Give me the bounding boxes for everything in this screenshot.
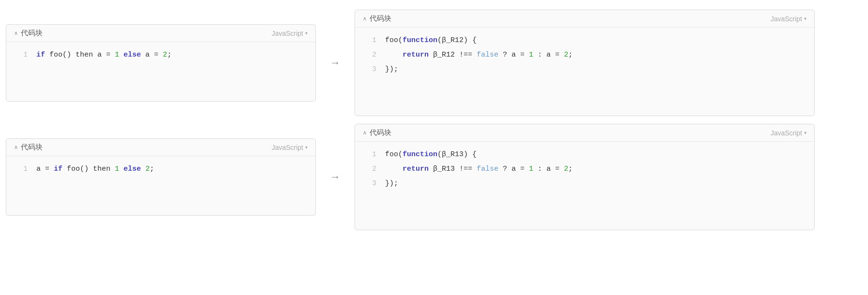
code-text: return β_R12 !== false ? a = 1 : a = 2; (385, 48, 573, 62)
code-line: 1 a = if foo() then 1 else 2; (14, 162, 308, 177)
top-right-lang[interactable]: JavaScript ▾ (771, 15, 806, 23)
top-right-body: 1 foo(function(β_R12) { 2 return β_R12 !… (355, 28, 814, 83)
line-num: 1 (363, 148, 376, 161)
top-right-block: ∧ 代码块 JavaScript ▾ 1 foo(function(β_R12)… (355, 10, 815, 116)
code-text: return β_R13 !== false ? a = 1 : a = 2; (385, 162, 573, 177)
top-right-header: ∧ 代码块 JavaScript ▾ (355, 10, 814, 28)
line-num: 2 (363, 162, 376, 176)
top-left-block: ∧ 代码块 JavaScript ▾ 1 if foo() then a = 1… (6, 24, 316, 102)
line-num: 1 (14, 48, 28, 61)
code-line: 3 }); (363, 62, 806, 77)
bottom-right-header: ∧ 代码块 JavaScript ▾ (355, 124, 814, 142)
bottom-right-title-label: 代码块 (370, 128, 391, 137)
bottom-left-dropdown-icon: ▾ (305, 145, 308, 150)
bottom-left-lang[interactable]: JavaScript ▾ (272, 144, 308, 151)
code-text: foo(function(β_R12) { (385, 33, 477, 48)
code-text: if foo() then a = 1 else a = 2; (36, 48, 171, 62)
bottom-right-block: ∧ 代码块 JavaScript ▾ 1 foo(function(β_R13)… (355, 124, 815, 230)
bottom-left-title-label: 代码块 (21, 143, 43, 152)
top-left-lang-label: JavaScript (272, 30, 303, 37)
line-num: 3 (363, 62, 376, 76)
code-text: foo(function(β_R13) { (385, 148, 477, 162)
top-left-body: 1 if foo() then a = 1 else a = 2; (6, 42, 315, 68)
bottom-row: ∧ 代码块 JavaScript ▾ 1 a = if foo() then 1… (6, 120, 862, 234)
line-num: 1 (363, 33, 376, 47)
top-arrow: → (316, 57, 355, 69)
code-line: 1 if foo() then a = 1 else a = 2; (14, 48, 308, 62)
bottom-left-block: ∧ 代码块 JavaScript ▾ 1 a = if foo() then 1… (6, 138, 316, 216)
bottom-right-lang[interactable]: JavaScript ▾ (771, 129, 806, 137)
bottom-right-lang-label: JavaScript (771, 129, 802, 137)
top-right-title: ∧ 代码块 (363, 14, 391, 23)
top-left-chevron-icon: ∧ (14, 30, 18, 36)
top-left-title: ∧ 代码块 (14, 29, 43, 38)
code-text: a = if foo() then 1 else 2; (36, 162, 154, 177)
line-num: 1 (14, 162, 28, 176)
bottom-right-body: 1 foo(function(β_R13) { 2 return β_R13 !… (355, 142, 814, 197)
line-num: 3 (363, 177, 376, 190)
top-left-dropdown-icon: ▾ (305, 30, 308, 36)
bottom-left-lang-label: JavaScript (272, 144, 303, 151)
bottom-left-chevron-icon: ∧ (14, 144, 18, 150)
top-left-lang[interactable]: JavaScript ▾ (272, 30, 308, 37)
code-text: }); (385, 177, 398, 191)
top-row: ∧ 代码块 JavaScript ▾ 1 if foo() then a = 1… (6, 6, 862, 120)
code-line: 3 }); (363, 177, 806, 191)
top-left-header: ∧ 代码块 JavaScript ▾ (6, 25, 315, 42)
bottom-right-title: ∧ 代码块 (363, 128, 391, 137)
top-left-title-label: 代码块 (21, 29, 43, 38)
top-right-lang-label: JavaScript (771, 15, 802, 23)
code-line: 1 foo(function(β_R13) { (363, 148, 806, 162)
code-line: 2 return β_R13 !== false ? a = 1 : a = 2… (363, 162, 806, 177)
top-right-dropdown-icon: ▾ (804, 16, 806, 21)
code-line: 1 foo(function(β_R12) { (363, 33, 806, 48)
bottom-left-body: 1 a = if foo() then 1 else 2; (6, 156, 315, 182)
code-line: 2 return β_R12 !== false ? a = 1 : a = 2… (363, 48, 806, 62)
bottom-arrow: → (316, 171, 355, 183)
code-text: }); (385, 62, 398, 77)
bottom-right-chevron-icon: ∧ (363, 130, 367, 136)
top-right-title-label: 代码块 (370, 14, 391, 23)
bottom-left-header: ∧ 代码块 JavaScript ▾ (6, 139, 315, 156)
bottom-right-dropdown-icon: ▾ (804, 130, 806, 135)
bottom-left-title: ∧ 代码块 (14, 143, 43, 152)
line-num: 2 (363, 48, 376, 61)
top-right-chevron-icon: ∧ (363, 15, 367, 22)
